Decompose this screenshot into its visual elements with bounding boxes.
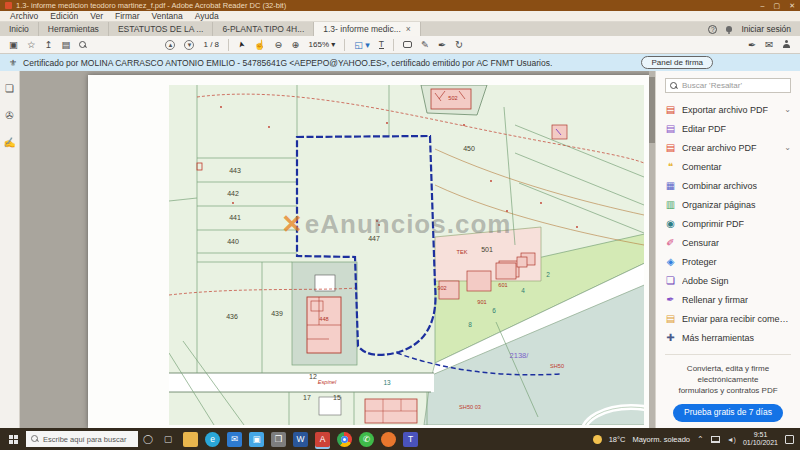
document-tab[interactable]: 1.3- informe medic... × [314,22,420,36]
sign-in-button[interactable]: Iniciar sesión [741,24,791,34]
map-label: 502 [448,95,457,101]
menu-item[interactable]: Edición [44,11,84,21]
map-label: 448 [319,316,328,322]
file-explorer-icon[interactable] [183,432,198,447]
acrobat-icon[interactable]: A [315,432,330,447]
menu-item[interactable]: Ventana [146,11,189,21]
close-button[interactable]: ✕ [789,2,795,10]
pencil-icon[interactable]: ✎ [421,40,429,50]
edge-icon[interactable]: e [205,432,220,447]
map-label: 450 [463,145,475,152]
document-area: 4434424414404474504364395011217155024489… [20,71,655,428]
stamp-icon[interactable]: ↻ [455,40,463,50]
tray-expand-icon[interactable]: ⌃ [697,435,704,444]
star-icon[interactable]: ☆ [27,40,36,50]
fill-sign-icon[interactable]: ✒ [748,40,756,50]
signature-panel-button[interactable]: Panel de firma [641,56,713,69]
tools-search-box[interactable]: Buscar 'Resaltar' [665,78,791,93]
tool-mas-herramientas[interactable]: ✚ Más herramientas ⌄ [665,328,791,347]
help-icon[interactable]: ? [708,25,717,34]
page-thumbnails-icon[interactable]: ❏ [5,83,14,94]
tool-rellenar-firmar[interactable]: ✒ Rellenar y firmar ⌄ [665,290,791,309]
tool-comentar[interactable]: ❝ Comentar ⌄ [665,157,791,176]
minimize-button[interactable]: – [761,2,765,10]
search-icon [670,82,678,90]
task-view-icon[interactable]: ▢ [158,434,178,444]
weather-temperature[interactable]: 18°C [609,435,626,444]
photos-icon[interactable]: ▣ [249,432,264,447]
map-label: SH50 03 [459,404,481,410]
weather-description[interactable]: Mayorm. soleado [632,435,690,444]
chevron-down-icon[interactable]: ⌄ [784,143,791,152]
tool-comprimir-pdf[interactable]: ◉ Comprimir PDF ⌄ [665,214,791,233]
vertical-scrollbar[interactable] [649,71,655,428]
tool-enviar-comentarios[interactable]: ▤ Enviar para recibir comentarios ⌄ [665,309,791,328]
hand-tool-icon[interactable]: ☝ [254,40,266,50]
menu-item[interactable]: Firmar [109,11,146,21]
document-tab[interactable]: ESTATUTOS DE LA ... × [109,22,214,36]
tool-icon: ▤ [665,104,676,115]
pdf-page[interactable]: 4434424414404474504364395011217155024489… [88,75,652,428]
map-labels: 4434424414404474504364395011217155024489… [169,85,644,425]
chrome-icon[interactable] [337,432,352,447]
tool-adobe-sign[interactable]: ❏ Adobe Sign ⌄ [665,271,791,290]
tab-close-icon[interactable]: × [406,24,411,34]
firefox-icon[interactable] [381,432,396,447]
word-icon[interactable]: W [293,432,308,447]
menu-item[interactable]: Archivo [4,11,44,21]
free-trial-button[interactable]: Prueba gratis de 7 días [673,404,783,421]
zoom-in-icon[interactable]: ⊕ [292,40,300,50]
fit-width-icon[interactable]: ◱ ▾ [354,40,370,50]
search-icon[interactable] [79,41,87,49]
select-tool-icon[interactable]: ➤ [236,40,246,49]
previous-page-icon[interactable]: ▲ [165,40,175,50]
tool-crear-pdf[interactable]: ▤ Crear archivo PDF ⌄ [665,138,791,157]
notifications-bell-icon[interactable] [726,26,732,32]
tool-censurar[interactable]: ✐ Censurar ⌄ [665,233,791,252]
window-title: 1.3- informe medicion teodoro martinez_f… [16,1,286,10]
tool-icon: ✐ [665,237,676,248]
mail-icon[interactable]: ✉ [227,432,242,447]
tool-combinar-archivos[interactable]: ▦ Combinar archivos ⌄ [665,176,791,195]
network-icon[interactable] [711,436,720,443]
chevron-down-icon[interactable]: ⌄ [784,105,791,114]
taskbar-clock[interactable]: 9:51 01/10/2021 [743,431,778,448]
document-tab[interactable]: Inicio × [0,22,39,36]
tool-proteger[interactable]: ◈ Proteger ⌄ [665,252,791,271]
map-label: 436 [226,313,238,320]
menu-item[interactable]: Ver [84,11,109,21]
teams-icon[interactable]: T [403,432,418,447]
comment-icon[interactable] [403,41,412,48]
zoom-out-icon[interactable]: ⊖ [275,40,283,50]
map-label: 2138/ [510,352,529,360]
tool-organizar-paginas[interactable]: ▥ Organizar páginas ⌄ [665,195,791,214]
share-icon[interactable]: ↥ [45,40,53,50]
map-label: 901 [477,299,486,305]
volume-icon[interactable]: ◄) [727,436,736,443]
page-number-display[interactable]: 1 / 8 [203,40,219,49]
account-icon[interactable] [782,40,791,49]
save-icon[interactable]: ▣ [9,40,18,50]
tool-exportar-pdf[interactable]: ▤ Exportar archivo PDF ⌄ [665,100,791,119]
whatsapp-icon[interactable]: ✆ [359,432,374,447]
start-button[interactable] [0,428,26,450]
map-label: 440 [227,238,239,245]
store-icon[interactable]: ❒ [271,432,286,447]
menu-item[interactable]: Ayuda [189,11,225,21]
send-mail-icon[interactable]: ✉ [765,40,773,50]
add-text-icon[interactable]: T [379,40,384,50]
menu-bar: ArchivoEdiciónVerFirmarVentanaAyuda [0,11,800,22]
action-center-icon[interactable] [785,435,794,444]
sign-pen-icon[interactable]: ✒ [438,40,446,50]
cortana-icon[interactable]: ◯ [138,434,158,444]
zoom-level-dropdown[interactable]: 165% ▾ [309,40,336,49]
document-tab[interactable]: Herramientas × [39,22,109,36]
print-icon[interactable]: ▤ [61,40,70,50]
signatures-icon[interactable]: ✍ [3,137,15,148]
attachments-icon[interactable]: ✇ [5,110,13,121]
maximize-button[interactable]: ▢ [774,2,781,10]
taskbar-search-box[interactable]: Escribe aquí para buscar [26,431,138,447]
tool-editar-pdf[interactable]: ▤ Editar PDF ⌄ [665,119,791,138]
next-page-icon[interactable]: ▼ [184,40,194,50]
document-tab[interactable]: 6-PLANTA TIPO 4H... × [213,22,314,36]
